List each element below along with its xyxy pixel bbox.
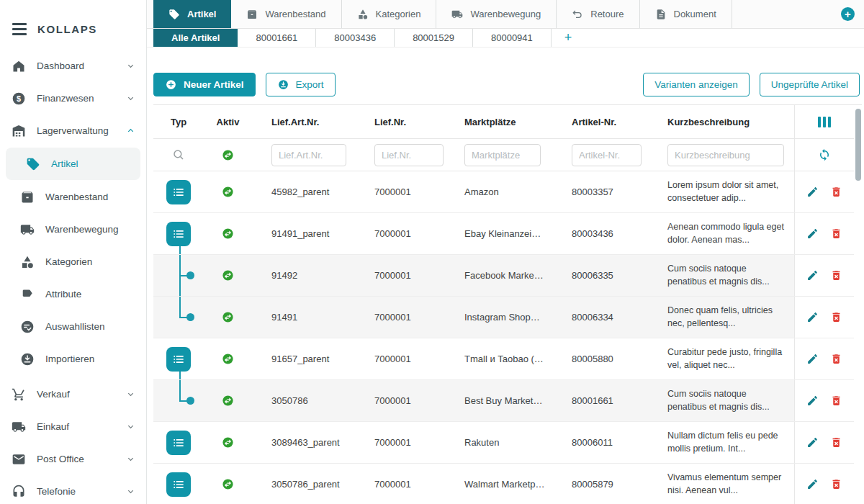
tab-kategorien[interactable]: Kategorien bbox=[342, 0, 437, 28]
kurzbeschreibung: Cum sociis natoque penatibus et magnis d… bbox=[667, 388, 794, 413]
sidebar-item-label: Verkauf bbox=[37, 389, 70, 400]
filter-lief-nr bbox=[356, 139, 454, 171]
lief-art-nr-filter-input[interactable] bbox=[271, 144, 346, 166]
kurzbeschreibung: Donec quam felis, ultricies nec, pellent… bbox=[667, 305, 794, 330]
artikel-nr: 80001661 bbox=[572, 395, 619, 406]
table-row[interactable]: 91492 7000001 Facebook Marketp... 800063… bbox=[153, 255, 854, 297]
active-icon[interactable] bbox=[222, 395, 234, 407]
checklist-icon bbox=[20, 320, 35, 334]
table-row[interactable]: 3050786 7000001 Best Buy Marketpl... 800… bbox=[153, 380, 854, 422]
artikel-nr: 80006335 bbox=[572, 270, 619, 281]
sidebar-item-lagerverwaltung[interactable]: Lagerverwaltung bbox=[0, 114, 146, 147]
edit-icon[interactable] bbox=[806, 436, 819, 449]
tab-artikel[interactable]: Artikel bbox=[153, 0, 231, 28]
subtab-article[interactable]: 80003436 bbox=[316, 29, 395, 47]
subtab-alle-artikel[interactable]: Alle Artikel bbox=[153, 29, 238, 47]
edit-icon[interactable] bbox=[806, 353, 819, 365]
active-icon[interactable] bbox=[222, 311, 234, 323]
delete-icon[interactable] bbox=[830, 186, 842, 198]
delete-icon[interactable] bbox=[830, 436, 842, 449]
marktplatz: Amazon bbox=[464, 186, 505, 197]
sidebar-item-label: Kategorien bbox=[45, 256, 92, 267]
kurzbeschreibung-filter-input[interactable] bbox=[667, 144, 784, 166]
tag-icon bbox=[26, 157, 40, 171]
active-icon[interactable] bbox=[222, 269, 234, 282]
sidebar-item-verkauf[interactable]: Verkauf bbox=[0, 378, 146, 410]
sidebar-item-warenbewegung[interactable]: Warenbewegung bbox=[0, 213, 146, 246]
table-row[interactable]: 45982_parent 7000001 Amazon 80003357 Lor… bbox=[153, 171, 854, 213]
table-row[interactable]: 91491 7000001 Instagram Shopping 8000633… bbox=[153, 297, 854, 338]
edit-icon[interactable] bbox=[806, 395, 819, 407]
tab-dokument[interactable]: Dokument bbox=[640, 0, 732, 28]
parent-article-icon[interactable] bbox=[166, 180, 191, 204]
sidebar-item-dashboard[interactable]: Dashboard bbox=[0, 50, 146, 82]
subtab-article[interactable]: 80000941 bbox=[473, 29, 552, 47]
delete-icon[interactable] bbox=[830, 353, 842, 365]
add-article-tab-button[interactable]: + bbox=[552, 29, 585, 47]
subtab-article[interactable]: 80001661 bbox=[238, 29, 316, 47]
col-actions bbox=[794, 105, 854, 138]
table-row[interactable]: 3050786_parent 7000001 Walmart Marketpl.… bbox=[153, 464, 854, 504]
active-icon[interactable] bbox=[222, 436, 234, 449]
kurzbeschreibung: Cum sociis natoque penatibus et magnis d… bbox=[667, 263, 794, 288]
sidebar-item-post-office[interactable]: Post Office bbox=[0, 443, 146, 475]
edit-icon[interactable] bbox=[806, 311, 819, 323]
new-article-button[interactable]: Neuer Artikel bbox=[153, 73, 256, 96]
subtab-article[interactable]: 80001529 bbox=[395, 29, 473, 47]
export-button[interactable]: Export bbox=[266, 73, 336, 96]
sidebar-item-finanzwesen[interactable]: $ Finanzwesen bbox=[0, 82, 146, 114]
delete-icon[interactable] bbox=[830, 228, 842, 240]
active-icon[interactable] bbox=[222, 186, 234, 198]
columns-icon[interactable] bbox=[818, 117, 832, 127]
unchecked-articles-button[interactable]: Ungeprüfte Artikel bbox=[760, 73, 860, 96]
edit-icon[interactable] bbox=[806, 269, 819, 282]
tab-warenbewegung[interactable]: Warenbewegung bbox=[436, 0, 557, 28]
parent-article-icon[interactable] bbox=[166, 431, 191, 455]
table-row[interactable]: 91491_parent 7000001 Ebay Kleinanzeigen … bbox=[153, 213, 854, 255]
active-icon[interactable] bbox=[222, 353, 234, 365]
tag-icon bbox=[168, 9, 180, 20]
add-tab-button[interactable]: + bbox=[841, 7, 855, 21]
show-variants-button[interactable]: Varianten anzeigen bbox=[643, 73, 749, 96]
tab-retoure[interactable]: Retoure bbox=[557, 0, 639, 28]
artikel-nr-filter-input[interactable] bbox=[572, 144, 642, 166]
sidebar-item-importieren[interactable]: Importieren bbox=[0, 343, 146, 375]
svg-text:$: $ bbox=[17, 94, 21, 102]
edit-icon[interactable] bbox=[806, 478, 819, 490]
sidebar-item-auswahllisten[interactable]: Auswahllisten bbox=[0, 310, 146, 343]
menu-icon[interactable] bbox=[12, 23, 27, 35]
delete-icon[interactable] bbox=[830, 395, 842, 407]
sidebar-item-telefonie[interactable]: Telefonie bbox=[0, 475, 146, 504]
filter-marktplaetze bbox=[454, 139, 551, 171]
chevron-up-icon bbox=[127, 127, 135, 135]
artikel-nr: 80005879 bbox=[572, 479, 619, 490]
edit-icon[interactable] bbox=[806, 186, 819, 198]
swap-circle-icon[interactable] bbox=[222, 149, 234, 161]
delete-icon[interactable] bbox=[830, 269, 842, 282]
sidebar-item-warenbestand[interactable]: Warenbestand bbox=[0, 181, 146, 213]
sidebar-item-attribute[interactable]: Attribute bbox=[0, 278, 146, 310]
parent-article-icon[interactable] bbox=[166, 472, 191, 497]
module-tabbar: Artikel Warenbestand Kategorien Warenbew… bbox=[147, 0, 864, 29]
active-icon[interactable] bbox=[222, 228, 234, 240]
category-icon bbox=[357, 9, 369, 20]
archive-icon bbox=[20, 190, 35, 204]
sidebar-item-einkauf[interactable]: Einkauf bbox=[0, 410, 146, 443]
refresh-icon[interactable] bbox=[818, 148, 831, 161]
tab-warenbestand[interactable]: Warenbestand bbox=[231, 0, 341, 28]
edit-icon[interactable] bbox=[806, 228, 819, 240]
table-row[interactable]: 3089463_parent 7000001 Rakuten 80006011 … bbox=[153, 422, 854, 464]
col-aktiv: Aktiv bbox=[204, 105, 252, 138]
sidebar-item-kategorien[interactable]: Kategorien bbox=[0, 246, 146, 278]
delete-icon[interactable] bbox=[830, 478, 842, 490]
parent-article-icon[interactable] bbox=[166, 222, 191, 246]
active-icon[interactable] bbox=[222, 478, 234, 490]
scrollbar-thumb[interactable] bbox=[855, 109, 861, 181]
delete-icon[interactable] bbox=[830, 311, 842, 323]
marktplaetze-filter-input[interactable] bbox=[464, 144, 541, 166]
table-row[interactable]: 91657_parent 7000001 Tmall и Taobao (Al.… bbox=[153, 338, 854, 380]
sidebar-item-artikel[interactable]: Artikel bbox=[6, 148, 140, 180]
marktplatz: Tmall и Taobao (Al... bbox=[464, 354, 551, 364]
parent-article-icon[interactable] bbox=[166, 347, 191, 372]
lief-nr-filter-input[interactable] bbox=[374, 144, 444, 166]
